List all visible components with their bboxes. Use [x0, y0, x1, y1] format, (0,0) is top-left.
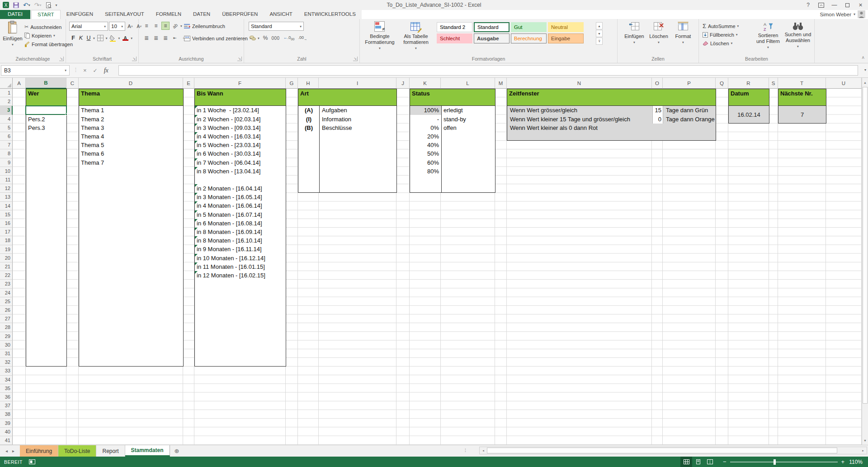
cell-status-pct[interactable]: 80%	[410, 167, 441, 176]
gallery-more-button[interactable]: ⊽	[596, 38, 603, 45]
row-header-31[interactable]: 31	[0, 349, 13, 358]
restore-button[interactable]	[841, 0, 854, 10]
cell-wer[interactable]: Pers.3	[26, 124, 66, 132]
ribbon-tab-datei[interactable]: DATEI	[0, 10, 30, 19]
cell-bis-wann[interactable]: in 9 Monaten - [16.11.14]	[195, 245, 286, 253]
fill-button[interactable]: Füllbereich▾	[703, 30, 739, 39]
style-neutral[interactable]: Neutral	[548, 22, 584, 32]
cell-thema[interactable]: Thema 1	[79, 106, 183, 114]
style-schlecht[interactable]: Schlecht	[437, 33, 472, 43]
paste-button[interactable]: Einfügen ▾	[3, 21, 23, 55]
cell-status-pct[interactable]: 60%	[410, 158, 441, 167]
increase-decimal-button[interactable]: ←.000	[283, 35, 295, 41]
row-header-6[interactable]: 6	[0, 132, 13, 141]
cell-status-pct[interactable]: 50%	[410, 149, 441, 158]
select-all-corner[interactable]	[0, 78, 13, 89]
cell-zeitfenster-suffix[interactable]: Tage dann Grün	[666, 106, 708, 114]
thema-box[interactable]: Thema 1Thema 2Thema 3Thema 4Thema 5Thema…	[79, 105, 184, 367]
ribbon-tab-daten[interactable]: DATEN	[187, 10, 216, 19]
grow-font-button[interactable]: A˄	[126, 22, 134, 30]
find-select-button[interactable]: Suchen und Auswählen▾	[784, 22, 812, 56]
align-right-button[interactable]: ≣	[161, 34, 170, 42]
row-header-25[interactable]: 25	[0, 297, 13, 306]
row-header-12[interactable]: 12	[0, 184, 13, 193]
column-header-I[interactable]: I	[319, 78, 396, 89]
column-header-R[interactable]: R	[728, 78, 769, 89]
cell-bis-wann[interactable]: in 4 Monaten - [16.06.14]	[195, 201, 286, 210]
row-status[interactable]: 100%erledigt	[410, 106, 495, 114]
column-header-T[interactable]: T	[778, 78, 826, 89]
alignment-dialog-launcher[interactable]: ↘	[237, 57, 242, 61]
row-header-38[interactable]: 38	[0, 410, 13, 419]
zoom-out-button[interactable]: −	[723, 460, 726, 464]
bold-button[interactable]: F	[70, 35, 76, 41]
wer-header[interactable]: Wer	[26, 89, 67, 106]
style-berechnung[interactable]: Berechnung	[511, 33, 547, 43]
column-header-N[interactable]: N	[507, 78, 652, 89]
row-zeitfenster-rule[interactable]: Wenn Wert grösser/gleich15Tage dann Grün	[507, 106, 716, 114]
fill-color-button[interactable]	[109, 34, 117, 42]
cell-bis-wann[interactable]: in 2 Wochen - [02.03.14]	[195, 115, 286, 124]
row-art[interactable]: (A)Aufgaben	[298, 106, 396, 114]
cell-status-label[interactable]: stand-by	[441, 115, 466, 124]
gallery-scroll-up-button[interactable]: ▲	[596, 22, 603, 29]
datum-header[interactable]: Datum	[728, 89, 769, 106]
column-header-F[interactable]: F	[194, 78, 286, 89]
cell-bis-wann[interactable]: in 5 Wochen - [23.03.14]	[195, 141, 286, 149]
align-bottom-button[interactable]: ≡	[161, 22, 170, 30]
cell-status-pct[interactable]: 20%	[410, 132, 441, 141]
avatar[interactable]	[858, 10, 865, 18]
vertical-scrollbar[interactable]: ▲ ▼	[862, 78, 868, 445]
row-header-13[interactable]: 13	[0, 193, 13, 201]
cell-zeitfenster-suffix[interactable]: Tage dann Orange	[666, 115, 715, 124]
cell-thema[interactable]: Thema 6	[79, 149, 183, 158]
orientation-button[interactable]: ab	[169, 20, 180, 31]
row-header-1[interactable]: 1	[0, 89, 13, 97]
row-header-7[interactable]: 7	[0, 141, 13, 149]
ribbon-tab-entwicklertools[interactable]: ENTWICKLERTOOLS	[298, 10, 362, 19]
macro-record-icon[interactable]	[29, 459, 35, 464]
cell-thema[interactable]: Thema 3	[79, 124, 183, 132]
ribbon-tab-seitenlayout[interactable]: SEITENLAYOUT	[99, 10, 150, 19]
row-header-32[interactable]: 32	[0, 358, 13, 367]
column-header-S[interactable]: S	[769, 78, 778, 89]
scroll-down-arrow[interactable]: ▼	[862, 437, 868, 444]
normal-view-button[interactable]	[680, 457, 692, 467]
column-header-U[interactable]: U	[826, 78, 862, 89]
row-header-23[interactable]: 23	[0, 280, 13, 288]
vertical-scroll-thumb[interactable]	[863, 87, 868, 404]
style-standard-2[interactable]: Standard 2	[437, 22, 472, 32]
art-header[interactable]: Art	[298, 89, 397, 106]
cell-art-label[interactable]: Aufgaben	[319, 106, 347, 114]
insert-cells-button[interactable]: Einfügen▾	[623, 22, 646, 55]
cell-status-pct[interactable]: -	[410, 115, 441, 124]
row-header-26[interactable]: 26	[0, 306, 13, 315]
row-header-22[interactable]: 22	[0, 271, 13, 280]
sheet-tab-stammdaten[interactable]: Stammdaten	[125, 445, 170, 457]
row-header-9[interactable]: 9	[0, 158, 13, 167]
ribbon-tab-überprüfen[interactable]: ÜBERPRÜFEN	[216, 10, 264, 19]
column-header-M[interactable]: M	[495, 78, 507, 89]
minimize-button[interactable]: —	[828, 0, 841, 10]
scroll-up-arrow[interactable]: ▲	[862, 79, 868, 86]
formula-input[interactable]	[118, 65, 858, 76]
naechste-nr-value-cell[interactable]: 7	[778, 105, 826, 123]
style-gut[interactable]: Gut	[511, 22, 547, 32]
ribbon-tab-ansicht[interactable]: ANSICHT	[264, 10, 298, 19]
row-header-20[interactable]: 20	[0, 254, 13, 262]
cell-bis-wann[interactable]: in 5 Monaten - [16.07.14]	[195, 210, 286, 219]
font-dialog-launcher[interactable]: ↘	[132, 57, 137, 61]
cell-bis-wann[interactable]: in 1 Woche - [23.02.14]	[195, 106, 286, 114]
cell-bis-wann[interactable]: in 8 Wochen - [13.04.14]	[195, 167, 286, 176]
cell-status-label[interactable]: erledigt	[441, 106, 463, 114]
percent-style-button[interactable]: %	[263, 35, 268, 41]
sheet-tab-einführung[interactable]: Einführung	[20, 445, 58, 457]
horizontal-scrollbar[interactable]: ◂ ▸	[479, 447, 867, 454]
row-header-2[interactable]: 2	[0, 97, 13, 106]
column-header-D[interactable]: D	[79, 78, 183, 89]
column-header-H[interactable]: H	[298, 78, 319, 89]
bis-wann-box[interactable]: in 1 Woche - [23.02.14]in 2 Wochen - [02…	[194, 105, 286, 367]
underline-button[interactable]: U	[85, 35, 92, 41]
row-header-16[interactable]: 16	[0, 219, 13, 228]
row-header-36[interactable]: 36	[0, 393, 13, 401]
